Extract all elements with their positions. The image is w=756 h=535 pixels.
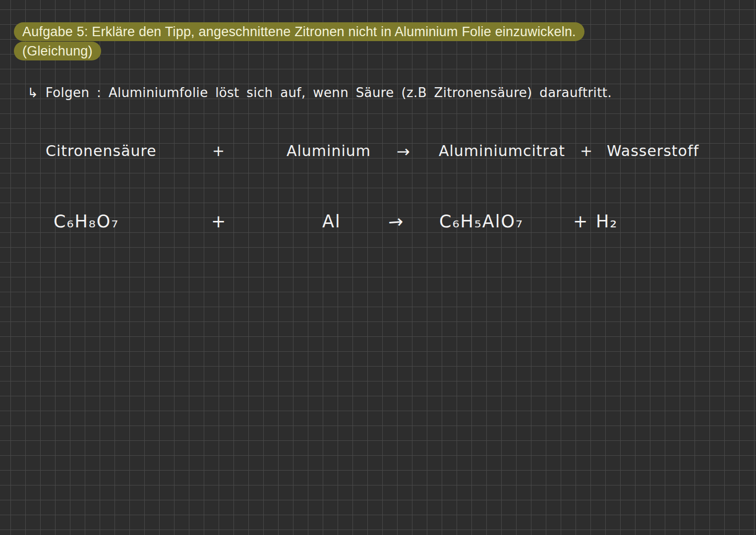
formula-equation-product-2: H₂ xyxy=(596,212,618,231)
handwritten-note-folgen: ↳ Folgen : Aluminiumfolie löst sich auf,… xyxy=(27,85,612,100)
word-equation-product-1: Aluminiumcitrat xyxy=(439,142,565,160)
notes-page-canvas: { "title": { "line1": "Aufgabe 5: Erklär… xyxy=(0,0,756,535)
formula-equation-reactant-1: C₆H₈O₇ xyxy=(54,212,119,231)
formula-equation-reaction-arrow: → xyxy=(388,211,405,232)
task-title-highlighted: Aufgabe 5: Erkläre den Tipp, angeschnitt… xyxy=(14,22,584,41)
word-equation-reactant-2: Aluminium xyxy=(287,142,371,160)
task-subtitle-highlighted: (Gleichung) xyxy=(14,42,101,60)
word-equation-reactant-1: Citronensäure xyxy=(46,142,157,160)
word-equation-reaction-arrow: → xyxy=(397,142,410,161)
formula-equation-plus-sign-2: + xyxy=(573,212,588,231)
word-equation-plus-sign-1: + xyxy=(212,142,225,160)
formula-equation-reactant-2: Al xyxy=(322,212,341,231)
formula-equation-product-1: C₆H₅AlO₇ xyxy=(439,212,523,231)
word-equation-plus-sign-2: + xyxy=(580,142,593,160)
word-equation-product-2: Wasserstoff xyxy=(607,142,699,160)
formula-equation-plus-sign-1: + xyxy=(211,212,227,231)
